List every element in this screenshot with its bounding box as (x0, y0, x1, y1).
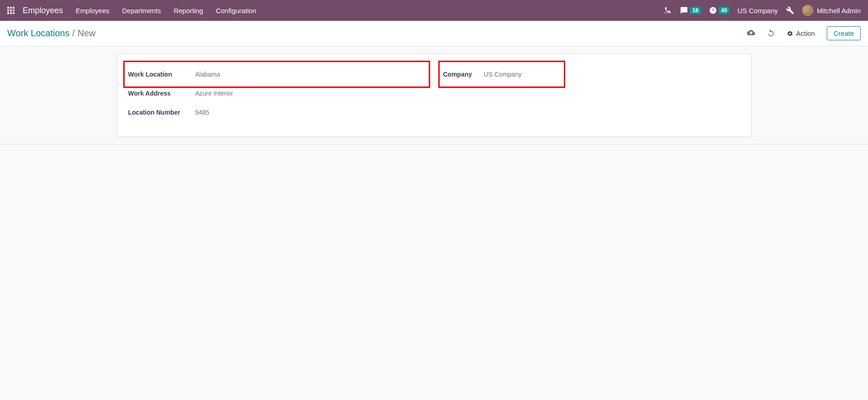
svg-rect-1 (667, 13, 669, 14)
nav-right: 18 40 US Company Mitchell Admin (664, 5, 861, 16)
control-bar: Work Locations / New Action Create (0, 21, 868, 46)
content-area: Work Location Alabama Work Address Azure… (0, 46, 868, 145)
row-location-number: Location Number 9485 (128, 103, 425, 122)
company-switcher[interactable]: US Company (737, 7, 778, 14)
value-location-number[interactable]: 9485 (195, 109, 209, 116)
create-button[interactable]: Create (827, 26, 861, 40)
action-label: Action (796, 29, 815, 37)
messages-icon[interactable]: 18 (680, 6, 700, 14)
breadcrumb-current: New (78, 28, 96, 39)
activities-badge: 40 (719, 7, 729, 14)
label-work-address: Work Address (128, 90, 195, 97)
cloud-save-icon[interactable] (747, 29, 755, 39)
top-navigation: Employees Employees Departments Reportin… (0, 0, 868, 21)
discard-icon[interactable] (767, 29, 775, 39)
nav-link-reporting[interactable]: Reporting (174, 7, 203, 14)
form-col-right: Company US Company (443, 65, 740, 122)
avatar (802, 5, 813, 16)
gear-icon (787, 30, 793, 37)
svg-rect-0 (665, 13, 666, 14)
label-work-location: Work Location (128, 71, 195, 78)
nav-links: Employees Departments Reporting Configur… (76, 7, 256, 14)
messages-badge: 18 (690, 7, 700, 14)
action-button[interactable]: Action (787, 29, 815, 37)
nav-link-departments[interactable]: Departments (122, 7, 161, 14)
user-menu[interactable]: Mitchell Admin (802, 5, 861, 16)
value-work-location[interactable]: Alabama (195, 71, 220, 78)
breadcrumb-root[interactable]: Work Locations (7, 28, 69, 39)
value-work-address[interactable]: Azure Interior (195, 90, 233, 97)
form-sheet: Work Location Alabama Work Address Azure… (117, 53, 752, 137)
svg-rect-2 (669, 13, 671, 14)
debug-icon[interactable] (786, 6, 794, 14)
row-company: Company US Company (443, 65, 560, 84)
row-work-address: Work Address Azure Interior (128, 84, 425, 103)
nav-link-employees[interactable]: Employees (76, 7, 109, 14)
apps-menu-icon[interactable] (7, 7, 15, 14)
label-company: Company (443, 71, 484, 78)
user-name: Mitchell Admin (817, 7, 861, 14)
breadcrumb-separator: / (72, 28, 75, 39)
row-work-location: Work Location Alabama (128, 65, 425, 84)
form-col-left: Work Location Alabama Work Address Azure… (128, 65, 425, 122)
breadcrumb: Work Locations / New (7, 28, 96, 39)
app-title[interactable]: Employees (23, 6, 63, 15)
value-company[interactable]: US Company (484, 71, 522, 78)
activities-icon[interactable]: 40 (709, 6, 729, 14)
voip-icon[interactable] (664, 6, 672, 14)
highlight-company: Company US Company (438, 61, 565, 88)
label-location-number: Location Number (128, 109, 195, 116)
control-right: Action Create (747, 26, 861, 40)
nav-link-configuration[interactable]: Configuration (216, 7, 256, 14)
